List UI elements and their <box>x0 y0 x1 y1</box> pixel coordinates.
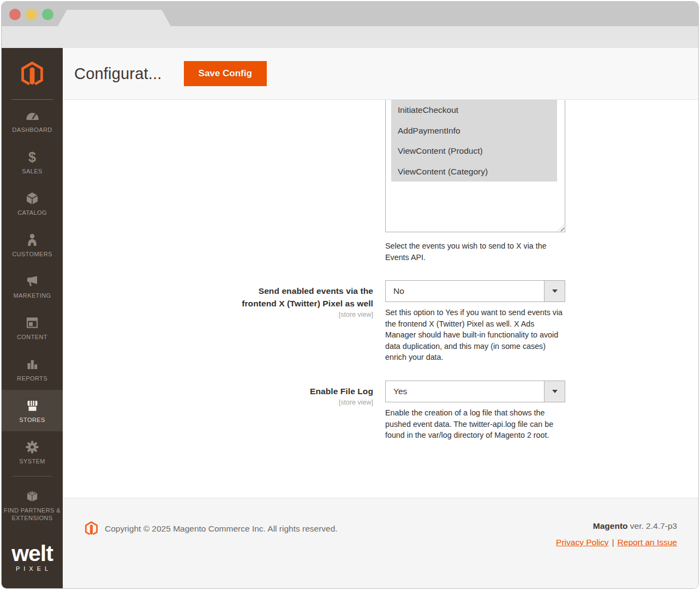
dollar-icon: $ <box>28 149 36 165</box>
multiselect-option-initiatecheckout[interactable]: InitiateCheckout <box>391 100 557 120</box>
sidebar-item-label: STORES <box>19 416 45 424</box>
admin-footer: Copyright © 2025 Magento Commerce Inc. A… <box>63 498 698 588</box>
resize-grip-icon[interactable] <box>558 225 564 231</box>
events-multiselect[interactable]: InitiateCheckout AddPaymentInfo ViewCont… <box>385 100 565 232</box>
browser-toolbar <box>2 26 698 48</box>
megaphone-icon <box>25 273 39 290</box>
field-label: Enable File Log <box>310 385 373 397</box>
page-header: Configurat... Save Config <box>63 48 698 100</box>
sidebar-item-label: REPORTS <box>17 375 47 382</box>
admin-sidebar: DASHBOARD $ SALES CATALOG CUSTOME <box>2 48 63 588</box>
sidebar-item-label: FIND PARTNERS & EXTENSIONS <box>4 506 61 522</box>
sidebar-item-customers[interactable]: CUSTOMERS <box>2 224 63 266</box>
weltpixel-logo-pixel: PIXEL <box>5 565 63 572</box>
field-scope: [store view] <box>63 399 373 406</box>
sidebar-item-marketing[interactable]: MARKETING <box>2 266 63 307</box>
field-note: Enable the creation of a log file that s… <box>385 407 565 441</box>
magento-logo-icon <box>21 62 43 87</box>
multiselect-option-viewcontent-category[interactable]: ViewContent (Category) <box>391 161 557 182</box>
weltpixel-logo: welt PIXEL <box>2 542 63 572</box>
links-separator: | <box>612 538 614 547</box>
sidebar-item-stores[interactable]: STORES <box>2 390 63 431</box>
file-log-select[interactable]: Yes <box>385 381 565 402</box>
select-value: No <box>386 281 544 301</box>
field-row-frontend-pixel: Send enabled events via the frontend X (… <box>63 280 698 363</box>
save-config-button[interactable]: Save Config <box>184 61 267 86</box>
dashboard-gauge-icon <box>25 107 40 124</box>
browser-tab[interactable] <box>58 10 171 26</box>
multiselect-option-viewcontent-product[interactable]: ViewContent (Product) <box>391 141 557 161</box>
sidebar-item-label: CUSTOMERS <box>12 250 52 258</box>
storefront-icon <box>25 397 40 414</box>
field-row-file-log: Enable File Log [store view] Yes Enable … <box>63 381 698 441</box>
sidebar-nav: DASHBOARD $ SALES CATALOG CUSTOME <box>2 100 63 530</box>
magento-brand: Magento <box>593 521 628 530</box>
magento-version: Magento ver. 2.4.7-p3 <box>556 521 677 531</box>
sidebar-item-catalog[interactable]: CATALOG <box>2 183 63 224</box>
magento-footer-logo-icon <box>85 521 98 536</box>
field-note: Set this option to Yes if you want to se… <box>385 307 565 363</box>
sidebar-item-system[interactable]: SYSTEM <box>2 431 63 473</box>
weltpixel-logo-welt: welt <box>2 542 63 564</box>
report-issue-link[interactable]: Report an Issue <box>618 538 677 547</box>
person-icon <box>25 232 39 248</box>
sidebar-item-content[interactable]: CONTENT <box>2 307 63 348</box>
minimize-window-button[interactable] <box>26 9 37 20</box>
field-scope: [store view] <box>63 311 373 318</box>
sidebar-item-find-partners[interactable]: FIND PARTNERS & EXTENSIONS <box>2 480 63 530</box>
copyright-text: Copyright © 2025 Magento Commerce Inc. A… <box>105 524 338 534</box>
sidebar-item-dashboard[interactable]: DASHBOARD <box>2 100 63 141</box>
chevron-down-icon <box>544 281 565 301</box>
package-box-icon <box>25 190 39 207</box>
multiselect-option-addpaymentinfo[interactable]: AddPaymentInfo <box>391 120 557 141</box>
field-label: Send enabled events via the frontend X (… <box>236 285 373 310</box>
bar-chart-icon <box>25 356 39 372</box>
sidebar-item-label: SALES <box>22 167 42 175</box>
sidebar-item-label: CATALOG <box>17 209 47 216</box>
version-number: ver. 2.4.7-p3 <box>628 521 677 530</box>
sidebar-item-label: SYSTEM <box>19 457 45 465</box>
frontend-pixel-select[interactable]: No <box>385 280 565 302</box>
layout-icon <box>25 315 39 331</box>
close-window-button[interactable] <box>9 9 21 20</box>
field-row-events: InitiateCheckout AddPaymentInfo ViewCont… <box>63 100 698 263</box>
sidebar-item-label: CONTENT <box>17 333 47 341</box>
sidebar-divider <box>11 99 53 100</box>
sidebar-item-label: DASHBOARD <box>12 126 52 134</box>
brick-icon <box>25 488 40 504</box>
select-value: Yes <box>386 381 544 402</box>
sidebar-item-sales[interactable]: $ SALES <box>2 141 63 183</box>
sidebar-item-reports[interactable]: REPORTS <box>2 348 63 390</box>
zoom-window-button[interactable] <box>42 9 53 20</box>
config-form: InitiateCheckout AddPaymentInfo ViewCont… <box>63 100 698 498</box>
gear-icon <box>25 439 39 455</box>
magento-logo[interactable] <box>2 48 63 100</box>
privacy-policy-link[interactable]: Privacy Policy <box>556 538 608 547</box>
browser-titlebar <box>2 2 698 26</box>
field-note: Select the events you wish to send to X … <box>385 240 565 263</box>
page-title: Configurat... <box>74 65 162 83</box>
chevron-down-icon <box>544 381 565 402</box>
sidebar-item-label: MARKETING <box>14 292 51 299</box>
sidebar-divider <box>12 476 52 477</box>
browser-window: DASHBOARD $ SALES CATALOG CUSTOME <box>1 1 699 589</box>
